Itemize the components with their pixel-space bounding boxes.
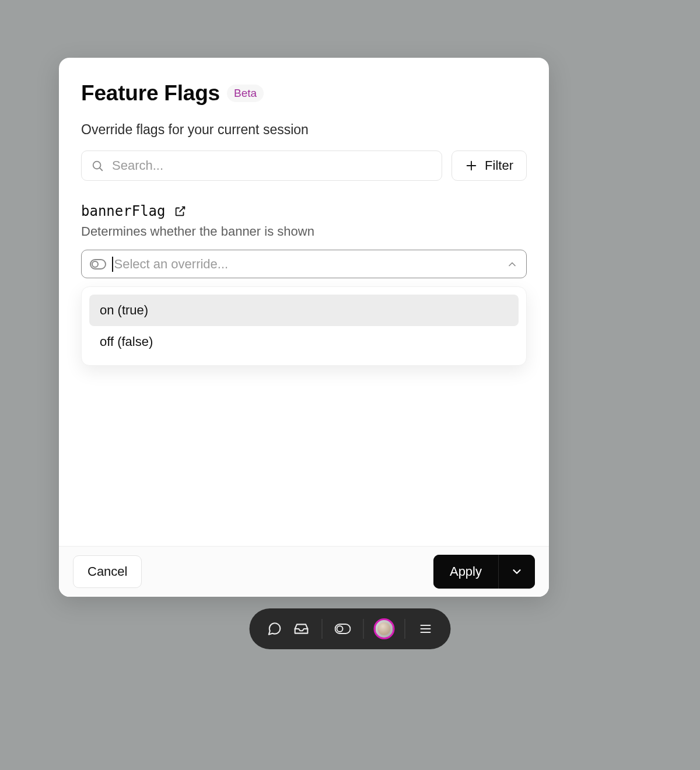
modal-footer: Cancel Apply bbox=[59, 546, 549, 597]
menu-button[interactable] bbox=[414, 617, 438, 641]
search-filter-row: Filter bbox=[81, 150, 527, 181]
toolbar-separator bbox=[322, 619, 323, 639]
svg-point-8 bbox=[337, 626, 343, 632]
override-dropdown: on (true) off (false) bbox=[81, 286, 527, 366]
flag-name-row: bannerFlag bbox=[81, 203, 527, 219]
search-input[interactable] bbox=[112, 158, 432, 173]
inbox-icon bbox=[294, 621, 309, 636]
chevron-down-icon bbox=[510, 565, 523, 578]
override-option-off[interactable]: off (false) bbox=[89, 326, 519, 358]
svg-line-4 bbox=[180, 207, 184, 212]
override-option-on[interactable]: on (true) bbox=[89, 295, 519, 326]
feature-flags-modal: Feature Flags Beta Override flags for yo… bbox=[59, 58, 549, 597]
override-input[interactable] bbox=[114, 257, 501, 272]
modal-title: Feature Flags bbox=[81, 81, 220, 106]
cancel-button[interactable]: Cancel bbox=[73, 555, 142, 588]
filter-button-label: Filter bbox=[485, 158, 513, 173]
text-caret bbox=[112, 257, 113, 272]
combobox-toggle-button[interactable] bbox=[506, 258, 518, 270]
modal-subtitle: Override flags for your current session bbox=[81, 122, 527, 138]
plus-icon bbox=[465, 159, 478, 172]
toggle-icon bbox=[90, 259, 106, 270]
comment-icon bbox=[267, 621, 282, 636]
search-field[interactable] bbox=[81, 150, 442, 181]
comment-button[interactable] bbox=[262, 617, 287, 641]
chevron-up-icon bbox=[506, 258, 518, 270]
preview-button[interactable] bbox=[331, 617, 355, 641]
flag-description: Determines whether the banner is shown bbox=[81, 224, 527, 239]
apply-button-group: Apply bbox=[433, 555, 535, 589]
flag-block: bannerFlag Determines whether the banner… bbox=[81, 203, 527, 366]
inbox-button[interactable] bbox=[289, 617, 314, 641]
avatar-button[interactable] bbox=[372, 617, 397, 641]
eye-icon bbox=[335, 624, 351, 634]
apply-button[interactable]: Apply bbox=[433, 555, 498, 589]
external-link-icon[interactable] bbox=[174, 205, 187, 218]
bottom-toolbar bbox=[250, 608, 451, 649]
svg-point-6 bbox=[92, 261, 98, 267]
svg-line-1 bbox=[100, 168, 102, 170]
toolbar-separator bbox=[405, 619, 405, 639]
menu-icon bbox=[419, 622, 433, 636]
override-combobox[interactable] bbox=[81, 250, 527, 278]
title-row: Feature Flags Beta bbox=[81, 81, 527, 106]
flag-name: bannerFlag bbox=[81, 203, 166, 219]
search-icon bbox=[91, 159, 104, 172]
user-avatar bbox=[374, 618, 395, 639]
beta-badge: Beta bbox=[227, 85, 264, 102]
modal-body: Feature Flags Beta Override flags for yo… bbox=[59, 58, 549, 546]
apply-more-button[interactable] bbox=[498, 555, 535, 589]
toolbar-separator bbox=[363, 619, 364, 639]
filter-button[interactable]: Filter bbox=[452, 150, 527, 181]
